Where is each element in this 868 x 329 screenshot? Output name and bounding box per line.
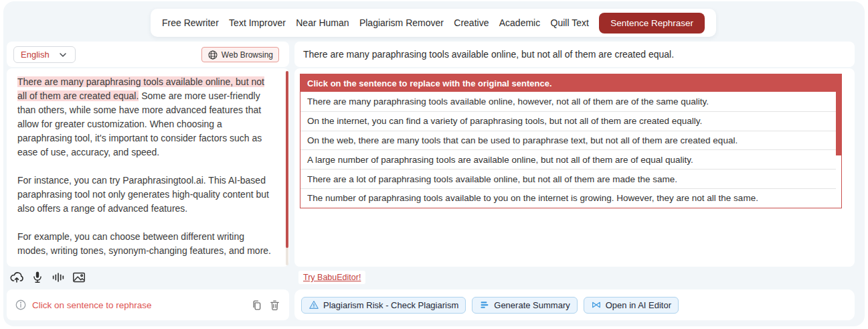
suggestion-row[interactable]: There are many paraphrasing tools availa… [300, 92, 836, 111]
image-upload-icon[interactable] [72, 270, 86, 285]
suggestion-row[interactable]: A large number of paraphrasing tools are… [300, 149, 836, 169]
suggestion-text: There are a lot of paraphrasing tools av… [307, 174, 677, 184]
audio-waveform-icon[interactable] [51, 270, 66, 285]
warning-triangle-icon [309, 300, 319, 310]
editor-paragraph-2[interactable]: For instance, you can try Paraphrasingto… [17, 174, 273, 216]
web-browsing-button[interactable]: Web Browsing [201, 47, 279, 62]
language-select-value: English [21, 50, 50, 60]
generate-summary-label: Generate Summary [494, 300, 570, 310]
suggestion-text: A large number of paraphrasing tools are… [307, 155, 693, 165]
open-ai-editor-label: Open in AI Editor [606, 300, 671, 310]
action-bar: Plagiarism Risk - Check Plagiarism Gener… [294, 289, 855, 320]
copy-icon[interactable] [250, 299, 263, 312]
suggestion-box: Click on the sentence to replace with th… [300, 74, 842, 208]
suggestion-text: On the internet, you can find a variety … [307, 116, 702, 126]
rephrase-hint-text: Click on sentence to rephrase [32, 300, 152, 310]
suggestion-row[interactable]: There are a lot of paraphrasing tools av… [300, 169, 836, 188]
suggestion-box-header: Click on the sentence to replace with th… [300, 74, 841, 92]
language-select[interactable]: English [13, 46, 76, 63]
mode-tab[interactable]: Plagiarism Remover [359, 17, 444, 28]
suggestion-row[interactable]: On the web, there are many tools that ca… [300, 131, 836, 150]
suggestion-text: There are many paraphrasing tools availa… [307, 96, 709, 107]
web-browsing-label: Web Browsing [222, 50, 273, 60]
mode-tab[interactable]: Academic [499, 17, 540, 28]
open-ai-editor-button[interactable]: Open in AI Editor [584, 297, 679, 314]
suggestions-panel: Click on the sentence to replace with th… [294, 68, 855, 267]
upload-cloud-icon[interactable] [9, 270, 24, 285]
left-toolbar: English Web Browsing [7, 42, 289, 67]
info-icon [15, 299, 27, 311]
mode-tab[interactable]: Quill Text [551, 17, 589, 28]
suggestion-row[interactable]: The number of paraphrasing tools availab… [300, 188, 836, 208]
input-media-toolbar [9, 269, 86, 286]
summary-lines-icon [479, 300, 490, 310]
microphone-icon[interactable] [30, 270, 45, 285]
generate-summary-button[interactable]: Generate Summary [472, 297, 577, 314]
chevron-down-icon [58, 50, 68, 60]
mode-tab[interactable]: Creative [454, 17, 489, 28]
suggestion-text: On the web, there are many tools that ca… [307, 135, 737, 145]
suggestion-scrollbar[interactable] [836, 92, 841, 208]
editor-paragraph-3[interactable]: For example, you can choose between diff… [17, 230, 273, 258]
mode-tab[interactable]: Free Rewriter [162, 17, 219, 28]
left-status-bar: Click on sentence to rephrase [7, 289, 289, 320]
suggestion-text: The number of paraphrasing tools availab… [307, 193, 758, 203]
globe-icon [207, 50, 218, 60]
original-sentence-bar: There are many paraphrasing tools availa… [294, 42, 855, 67]
try-babueditor-link[interactable]: Try BabuEditor! [298, 271, 365, 284]
editor-paragraph-1: There are many paraphrasing tools availa… [17, 75, 273, 159]
mode-tabs-bar: Free Rewriter Text Improver Near Human P… [151, 9, 716, 37]
mode-tab[interactable]: Sentence Rephraser [599, 13, 705, 34]
suggestion-list: There are many paraphrasing tools availa… [300, 92, 841, 208]
editor-scrollbar-thumb[interactable] [286, 71, 288, 248]
check-plagiarism-button[interactable]: Plagiarism Risk - Check Plagiarism [301, 297, 466, 314]
source-text-editor[interactable]: There are many paraphrasing tools availa… [7, 68, 289, 267]
try-babueditor-label: Try BabuEditor! [303, 273, 361, 282]
ai-editor-icon [591, 300, 602, 310]
editor-scrollbar[interactable] [286, 71, 288, 265]
original-sentence-text: There are many paraphrasing tools availa… [303, 49, 674, 60]
mode-tab[interactable]: Near Human [296, 17, 349, 28]
trash-icon[interactable] [268, 299, 281, 312]
suggestion-scrollbar-thumb[interactable] [836, 92, 841, 155]
check-plagiarism-label: Plagiarism Risk - Check Plagiarism [323, 300, 458, 310]
mode-tab[interactable]: Text Improver [229, 17, 286, 28]
suggestion-row[interactable]: On the internet, you can find a variety … [300, 111, 836, 131]
